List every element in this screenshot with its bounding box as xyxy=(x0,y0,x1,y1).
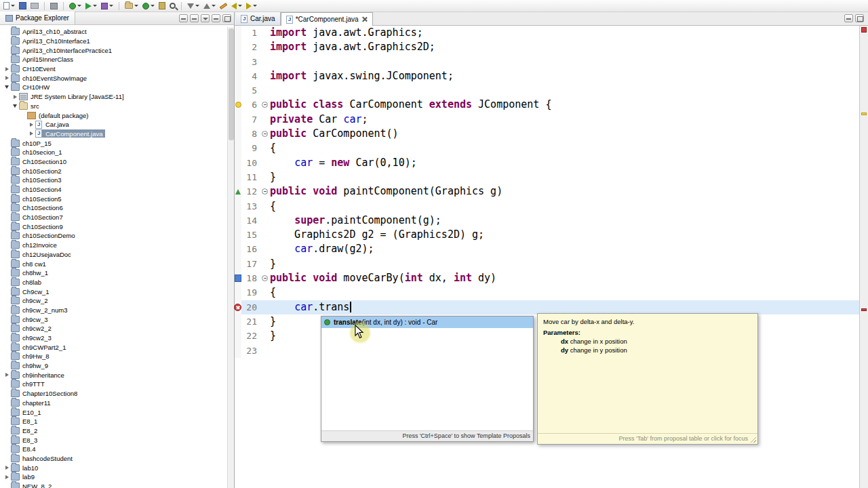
expand-arrow-icon[interactable] xyxy=(27,131,35,136)
annotation-gutter-cell[interactable] xyxy=(235,199,241,214)
expand-arrow-icon[interactable] xyxy=(27,123,35,127)
close-icon[interactable] xyxy=(361,16,368,22)
expand-arrow-icon[interactable] xyxy=(3,76,11,80)
tree-item[interactable]: April13_ch10InterfacePractice1 xyxy=(0,45,234,55)
tree-item[interactable]: E8.4 xyxy=(0,445,234,454)
annotation-gutter-cell[interactable] xyxy=(235,285,241,300)
fold-collapse-icon[interactable] xyxy=(262,131,268,137)
view-menu-icon[interactable] xyxy=(201,14,210,22)
tree-item[interactable]: src xyxy=(0,102,234,111)
search-button[interactable] xyxy=(168,1,177,12)
tree-item[interactable]: Ch10Section7 xyxy=(0,213,234,222)
tree-item[interactable]: lab9 xyxy=(0,472,234,482)
forward-button[interactable] xyxy=(245,1,258,12)
next-annotation-button[interactable] xyxy=(186,1,201,12)
tree-item[interactable]: E10_1 xyxy=(0,407,234,417)
maximize-icon[interactable] xyxy=(855,14,864,22)
run-button[interactable] xyxy=(84,1,98,12)
build-all-button[interactable] xyxy=(49,1,59,12)
resize-grip-icon[interactable] xyxy=(750,436,756,443)
tree-item[interactable]: ch10Section3 xyxy=(0,176,234,185)
overview-error-marker[interactable] xyxy=(861,308,867,311)
tree-item[interactable]: Ch9cw_1 xyxy=(0,287,234,296)
tab-car-java[interactable]: Car.java xyxy=(236,12,281,25)
code-text[interactable] xyxy=(270,83,868,98)
tree-item[interactable]: ch10secion_1 xyxy=(0,148,234,157)
code-text[interactable]: super.paintComponent(g); xyxy=(270,214,868,228)
new-java-project-button[interactable] xyxy=(123,1,140,12)
expand-arrow-icon[interactable] xyxy=(3,475,11,479)
code-text[interactable]: private Car car; xyxy=(270,113,868,127)
override-marker-icon[interactable] xyxy=(235,189,241,195)
tree-item[interactable]: ch8 cw1 xyxy=(0,259,234,268)
new-wizard-button[interactable] xyxy=(2,1,16,12)
tree-item[interactable]: April13_Ch10Interface1 xyxy=(0,37,234,46)
annotation-gutter-cell[interactable] xyxy=(235,156,241,170)
tree-item[interactable]: ch8lab xyxy=(0,278,234,287)
warning-marker-icon[interactable] xyxy=(235,102,241,108)
tree-item[interactable]: ch10Section2 xyxy=(0,166,234,176)
open-type-button[interactable] xyxy=(157,1,167,12)
annotation-gutter-cell[interactable] xyxy=(235,113,241,127)
annotation-gutter-cell[interactable] xyxy=(235,300,241,314)
tree-item[interactable]: ch9cw_2_num3 xyxy=(0,306,234,315)
expand-arrow-icon[interactable] xyxy=(3,85,11,89)
code-text[interactable]: } xyxy=(270,170,868,184)
code-text[interactable]: public class CarComponent extends JCompo… xyxy=(270,98,868,112)
annotation-gutter-cell[interactable] xyxy=(235,98,241,112)
tree-item[interactable]: ch9inheritance xyxy=(0,370,234,380)
tree-item[interactable]: E8_1 xyxy=(0,417,234,426)
code-text[interactable]: { xyxy=(270,285,868,300)
tree-item[interactable]: E8_2 xyxy=(0,426,234,436)
occurrence-marker-icon[interactable] xyxy=(235,274,241,282)
expand-arrow-icon[interactable] xyxy=(11,104,19,108)
tree-item[interactable]: ch9Hw_8 xyxy=(0,352,234,361)
code-text[interactable]: import java.awt.Graphics2D; xyxy=(270,40,868,54)
tree-item[interactable]: Ch10Section10 xyxy=(0,157,234,167)
annotation-gutter-cell[interactable] xyxy=(235,271,241,285)
code-text[interactable]: } xyxy=(270,257,868,271)
overview-status-icon[interactable] xyxy=(861,27,867,33)
minimize-icon[interactable] xyxy=(844,14,853,22)
tree-item[interactable]: ch10SectionDemo xyxy=(0,231,234,241)
tree-item[interactable]: Chapter10Section8 xyxy=(0,389,234,399)
annotation-gutter-cell[interactable] xyxy=(235,141,241,155)
tree-item[interactable]: hashcodeStudent xyxy=(0,454,234,464)
code-text[interactable]: import java.awt.Graphics; xyxy=(270,26,868,40)
debug-button[interactable] xyxy=(68,1,83,12)
last-edit-location-button[interactable] xyxy=(218,1,229,12)
scrollbar-track[interactable] xyxy=(227,27,234,488)
minimize-icon[interactable] xyxy=(212,14,220,22)
annotation-gutter-cell[interactable] xyxy=(235,344,241,358)
tree-item[interactable]: ch12UsejavaDoc xyxy=(0,250,234,260)
tree-item[interactable]: ch10Section4 xyxy=(0,185,234,195)
javadoc-popup[interactable]: Move car by delta-x and delta-y. Paramet… xyxy=(537,313,758,445)
code-text[interactable]: { xyxy=(270,199,868,214)
annotation-gutter-cell[interactable] xyxy=(235,55,241,69)
tree-item[interactable]: ch9cw2_3 xyxy=(0,333,234,343)
collapse-all-icon[interactable] xyxy=(179,14,188,22)
back-button[interactable] xyxy=(230,1,243,12)
annotation-gutter-cell[interactable] xyxy=(235,184,241,199)
tab-carcomponent-java[interactable]: *CarComponent.java xyxy=(281,12,373,26)
code-text[interactable]: public void paintComponent(Graphics g) xyxy=(270,184,868,199)
fold-collapse-icon[interactable] xyxy=(262,102,268,108)
annotation-gutter-cell[interactable] xyxy=(235,257,241,271)
tree-item[interactable]: CH10Event xyxy=(0,64,234,74)
tree-item[interactable]: Car.java xyxy=(0,120,234,129)
fold-collapse-icon[interactable] xyxy=(262,275,268,281)
code-text[interactable] xyxy=(270,55,868,69)
tree-item[interactable]: ch9CWPart2_1 xyxy=(0,342,234,352)
profile-button[interactable] xyxy=(100,1,115,12)
tree-item[interactable]: ch9cw_2 xyxy=(0,296,234,306)
tree-item[interactable]: ch9cw2_2 xyxy=(0,324,234,333)
tree-item[interactable]: ch12Invoice xyxy=(0,241,234,250)
annotation-gutter-cell[interactable] xyxy=(235,228,241,242)
tree-item[interactable]: ch10EventShowImage xyxy=(0,73,234,83)
tree-item[interactable]: April15InnerClass xyxy=(0,55,234,64)
code-text[interactable]: car.draw(g2); xyxy=(270,242,868,256)
expand-arrow-icon[interactable] xyxy=(3,466,11,470)
error-marker-icon[interactable] xyxy=(234,304,241,311)
print-button[interactable] xyxy=(29,1,40,12)
code-text[interactable]: car = new Car(0,10); xyxy=(270,156,868,170)
